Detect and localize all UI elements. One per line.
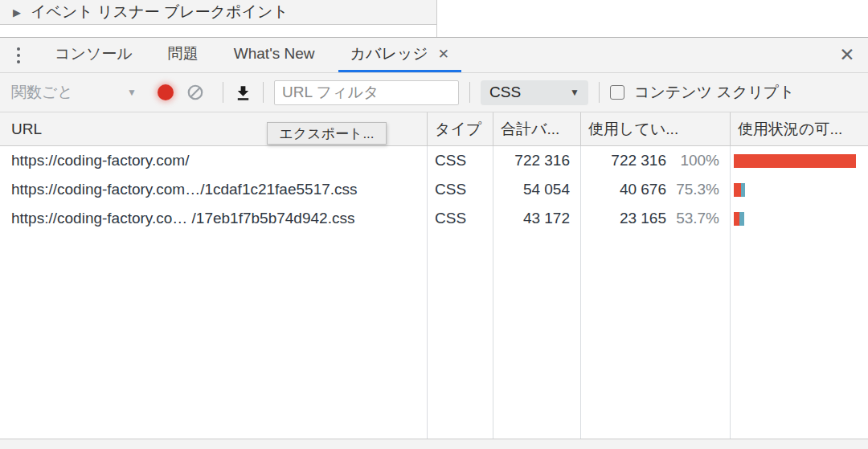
devtools-window: ▶ イベント リスナー ブレークポイント コンソール 問題 What's New… [0, 0, 868, 449]
drawer-close-button[interactable]: ✕ [826, 38, 868, 72]
column-header-unused-bytes[interactable]: 使用してい... [581, 112, 731, 145]
column-header-total-bytes[interactable]: 合計バ... [493, 112, 581, 145]
row-type: CSS [428, 210, 493, 227]
export-tooltip: エクスポート... [267, 122, 387, 145]
tab-issues[interactable]: 問題 [156, 38, 211, 72]
tab-coverage[interactable]: カバレッジ ✕ [338, 38, 461, 72]
row-unused-percent: 53.7% [666, 210, 719, 227]
table-body: https://coding-factory.com/ CSS 722 316 … [0, 146, 868, 439]
usage-bar [734, 212, 868, 226]
type-filter-select[interactable]: CSS ▼ [481, 80, 588, 105]
tab-close-icon[interactable]: ✕ [438, 46, 449, 63]
row-total-bytes: 54 054 [493, 181, 581, 198]
tab-whats-new[interactable]: What's New [222, 38, 327, 72]
tab-label: コンソール [55, 43, 133, 64]
unused-bar-segment [734, 212, 739, 226]
row-unused-bytes: 722 316 [611, 152, 666, 169]
used-bar-segment [739, 212, 744, 226]
content-scripts-checkbox[interactable] [610, 85, 624, 100]
chevron-down-icon: ▼ [570, 87, 579, 98]
record-button[interactable] [158, 84, 174, 100]
tab-label: カバレッジ [350, 43, 428, 64]
breakpoint-section-label: イベント リスナー ブレークポイント [31, 2, 289, 22]
row-unused-bytes: 23 165 [620, 210, 666, 227]
kebab-menu-icon [17, 47, 20, 63]
toolbar-divider [599, 82, 600, 103]
row-url: https://coding-factory.com…/1cdaf1c21fae… [0, 181, 428, 198]
tab-console[interactable]: コンソール [43, 38, 145, 72]
mode-select-value: 関数ごと [11, 82, 73, 103]
event-listener-breakpoints-section[interactable]: ▶ イベント リスナー ブレークポイント [0, 0, 436, 25]
clear-button[interactable] [186, 84, 204, 101]
coverage-mode-select[interactable]: 関数ごと ▼ [11, 82, 137, 103]
toolbar-divider [469, 82, 470, 103]
tab-label: What's New [234, 45, 315, 63]
table-row[interactable]: https://coding-factory.co… /17eb1f7b5b74… [0, 204, 868, 233]
usage-bar [734, 183, 868, 197]
block-icon [186, 84, 204, 101]
more-tools-button[interactable] [0, 38, 37, 72]
editor-area [437, 0, 868, 37]
url-filter-input[interactable] [274, 80, 459, 105]
unused-bar-segment [734, 183, 741, 197]
export-button[interactable] [234, 84, 252, 102]
unused-bar-segment [734, 154, 856, 168]
table-row[interactable]: https://coding-factory.com…/1cdaf1c21fae… [0, 175, 868, 204]
column-header-usage-visualization[interactable]: 使用状況の可... [731, 112, 868, 145]
row-type: CSS [428, 181, 493, 198]
collapse-arrow-icon: ▶ [13, 6, 21, 18]
row-unused-percent: 100% [666, 152, 719, 169]
chevron-down-icon: ▼ [127, 87, 137, 98]
drawer: コンソール 問題 What's New カバレッジ ✕ ✕ 関数ごと ▼ [0, 38, 868, 449]
toolbar-divider [223, 82, 223, 103]
row-url: https://coding-factory.com/ [0, 152, 428, 169]
row-type: CSS [428, 152, 493, 169]
drawer-tabbar: コンソール 問題 What's New カバレッジ ✕ ✕ [0, 38, 868, 73]
row-total-bytes: 43 172 [493, 210, 581, 227]
table-row[interactable]: https://coding-factory.com/ CSS 722 316 … [0, 146, 868, 175]
content-scripts-toggle[interactable]: コンテンツ スクリプト [610, 82, 795, 103]
toolbar-divider [263, 82, 264, 103]
coverage-table-header: URL タイプ 合計バ... 使用してい... 使用状況の可... [0, 112, 868, 146]
column-header-type[interactable]: タイプ [428, 112, 493, 145]
download-icon [234, 84, 252, 102]
row-unused-percent: 75.3% [666, 181, 719, 198]
row-url: https://coding-factory.co… /17eb1f7b5b74… [0, 210, 428, 227]
type-select-value: CSS [489, 84, 521, 101]
clipped-row [0, 25, 436, 37]
usage-bar [734, 154, 868, 168]
row-total-bytes: 722 316 [493, 152, 581, 169]
drawer-status-bar [0, 439, 868, 449]
coverage-toolbar: 関数ごと ▼ CSS ▼ [0, 73, 868, 112]
tab-label: 問題 [168, 43, 199, 64]
used-bar-segment [741, 183, 745, 197]
sources-panel-sliver: ▶ イベント リスナー ブレークポイント [0, 0, 868, 38]
row-unused-bytes: 40 676 [620, 181, 666, 198]
sources-sidebar: ▶ イベント リスナー ブレークポイント [0, 0, 437, 37]
content-scripts-label: コンテンツ スクリプト [634, 82, 795, 103]
